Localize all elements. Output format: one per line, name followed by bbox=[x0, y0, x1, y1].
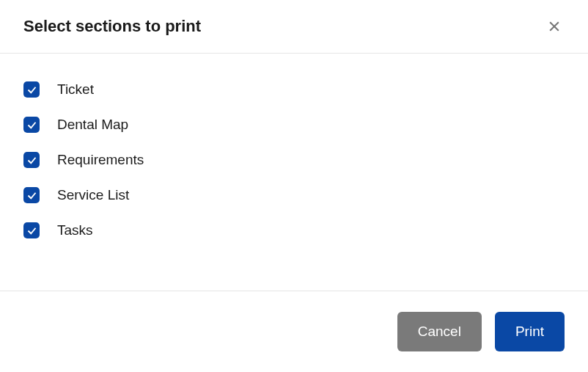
checkbox-service-list[interactable] bbox=[23, 187, 40, 203]
dialog-body: Ticket Dental Map Requirements Service L… bbox=[0, 54, 588, 291]
dialog-title: Select sections to print bbox=[23, 17, 201, 36]
dialog-footer: Cancel Print bbox=[0, 291, 588, 372]
checkmark-icon bbox=[26, 84, 37, 95]
checkbox-requirements[interactable] bbox=[23, 152, 40, 168]
close-icon bbox=[547, 19, 562, 34]
checkbox-label[interactable]: Requirements bbox=[57, 152, 144, 168]
section-row-ticket: Ticket bbox=[23, 81, 565, 98]
section-row-dental-map: Dental Map bbox=[23, 117, 565, 133]
checkmark-icon bbox=[26, 190, 37, 201]
close-button[interactable] bbox=[544, 16, 565, 37]
checkbox-label[interactable]: Dental Map bbox=[57, 117, 128, 133]
checkmark-icon bbox=[26, 225, 37, 236]
sections-checkbox-list: Ticket Dental Map Requirements Service L… bbox=[23, 81, 565, 238]
checkbox-label[interactable]: Service List bbox=[57, 187, 129, 203]
cancel-button[interactable]: Cancel bbox=[397, 312, 482, 351]
section-row-requirements: Requirements bbox=[23, 152, 565, 168]
print-sections-dialog: Select sections to print Ticket Dental M… bbox=[0, 0, 588, 372]
section-row-tasks: Tasks bbox=[23, 222, 565, 238]
section-row-service-list: Service List bbox=[23, 187, 565, 203]
checkbox-tasks[interactable] bbox=[23, 222, 40, 238]
dialog-header: Select sections to print bbox=[0, 0, 588, 54]
checkmark-icon bbox=[26, 155, 37, 166]
checkmark-icon bbox=[26, 120, 37, 131]
checkbox-label[interactable]: Tasks bbox=[57, 222, 93, 238]
checkbox-dental-map[interactable] bbox=[23, 117, 40, 133]
print-button[interactable]: Print bbox=[495, 312, 565, 351]
checkbox-label[interactable]: Ticket bbox=[57, 81, 94, 98]
checkbox-ticket[interactable] bbox=[23, 81, 40, 98]
